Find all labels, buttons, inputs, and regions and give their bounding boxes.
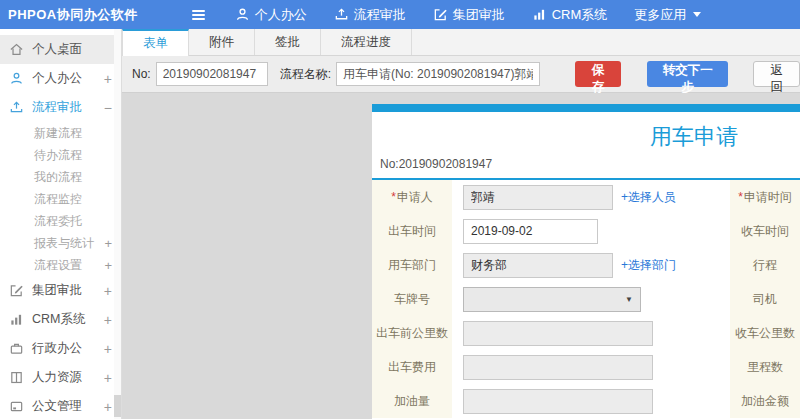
sidebar-item-label: 行政办公 xyxy=(32,340,82,357)
form-row-trip-cost: 出车费用 里程数 xyxy=(372,350,800,384)
sidebar-item-workflow-approval[interactable]: 流程审批 − xyxy=(0,93,121,122)
topmenu-group-approval[interactable]: 集团审批 xyxy=(433,6,505,24)
topmenu-personal-office[interactable]: 个人办公 xyxy=(235,6,307,24)
start-mileage-field-cell xyxy=(452,316,730,350)
department-input[interactable] xyxy=(463,253,613,278)
tab-bar: 表单 附件 签批 流程进度 xyxy=(122,29,800,56)
form-row-fuel-amount: 加油量 加油金额 xyxy=(372,384,800,418)
workflow-name-input[interactable] xyxy=(336,62,539,86)
top-navbar: PHPOA协同办公软件 个人办公 流程审批 集团审批 xyxy=(0,0,800,29)
main-area: 用车申请 No:20190902081947 * 申请人 xyxy=(122,93,800,419)
sidebar-item-label: 个人桌面 xyxy=(32,41,82,58)
sidebar-subitem-reports-statistics[interactable]: 报表与统计 + xyxy=(0,232,121,254)
sidebar-item-label: 人力资源 xyxy=(32,369,82,386)
tab-form[interactable]: 表单 xyxy=(122,29,189,56)
applicant-label: * 申请人 xyxy=(372,180,452,214)
tab-signoff[interactable]: 签批 xyxy=(255,29,321,55)
save-button[interactable]: 保存 xyxy=(575,61,622,87)
select-department-link[interactable]: +选择部门 xyxy=(621,257,676,274)
briefcase-icon xyxy=(9,341,24,356)
topmenu-more-apps[interactable]: 更多应用 xyxy=(634,6,701,24)
sidebar-subitem-workflow-settings[interactable]: 流程设置 + xyxy=(0,254,121,276)
form-row-departure-time: 出车时间 收车时间 xyxy=(372,214,800,248)
hamburger-menu-icon[interactable] xyxy=(192,10,205,20)
no-label: No: xyxy=(132,67,151,81)
forward-next-step-button[interactable]: 转交下一步 xyxy=(647,61,728,87)
license-plate-select[interactable]: ▼ xyxy=(463,287,641,312)
select-person-link[interactable]: +选择人员 xyxy=(621,189,676,206)
tab-workflow-progress[interactable]: 流程进度 xyxy=(321,29,412,55)
trip-cost-input[interactable] xyxy=(463,355,653,380)
topmenu-label: CRM系统 xyxy=(552,6,608,24)
sidebar-subitem-label: 流程监控 xyxy=(34,191,82,208)
sidebar-subitem-my-workflow[interactable]: 我的流程 xyxy=(0,166,121,188)
sidebar-item-label: 公文管理 xyxy=(32,398,82,415)
form-header: 用车申请 No:20190902081947 xyxy=(372,112,800,178)
tab-attachments[interactable]: 附件 xyxy=(189,29,255,55)
expand-plus-icon[interactable]: + xyxy=(104,237,112,250)
topmenu-label: 流程审批 xyxy=(354,6,406,24)
expand-plus-icon[interactable]: + xyxy=(104,400,112,414)
expand-plus-icon[interactable]: + xyxy=(104,284,112,298)
expand-plus-icon[interactable]: + xyxy=(104,72,112,86)
sidebar-item-personal-desktop[interactable]: 个人桌面 xyxy=(0,35,121,64)
back-button[interactable]: 返回 xyxy=(753,61,800,87)
topmenu-label: 集团审批 xyxy=(453,6,505,24)
sidebar-scrollbar[interactable] xyxy=(114,29,121,419)
required-asterisk: * xyxy=(391,190,396,204)
chart-icon xyxy=(9,312,24,327)
fuel-cost-label: 加油金额 xyxy=(730,384,800,418)
sidebar-subitem-pending-workflow[interactable]: 待办流程 xyxy=(0,144,121,166)
form-title: 用车申请 xyxy=(650,122,738,152)
form-row-license-plate: 车牌号 ▼ 司机 xyxy=(372,282,800,316)
sidebar-item-group-approval[interactable]: 集团审批 + xyxy=(0,276,121,305)
flow-icon xyxy=(9,100,24,115)
trip-cost-label: 出车费用 xyxy=(372,350,452,384)
sidebar-item-personal-office[interactable]: 个人办公 + xyxy=(0,64,121,93)
expand-plus-icon[interactable]: + xyxy=(104,342,112,356)
form-no-text: No:20190902081947 xyxy=(380,157,492,171)
departure-time-input[interactable] xyxy=(463,219,598,244)
expand-plus-icon[interactable]: + xyxy=(104,259,112,272)
caret-down-icon xyxy=(693,12,701,17)
itinerary-label: 行程 xyxy=(730,248,800,282)
departure-time-field-cell xyxy=(452,214,730,248)
book-icon xyxy=(9,370,24,385)
topmenu-workflow-approval[interactable]: 流程审批 xyxy=(334,6,406,24)
sidebar-subitem-workflow-monitor[interactable]: 流程监控 xyxy=(0,188,121,210)
tab-label: 表单 xyxy=(143,35,168,52)
sidebar-subitem-workflow-delegate[interactable]: 流程委托 xyxy=(0,210,121,232)
sidebar-subitem-new-workflow[interactable]: 新建流程 xyxy=(0,122,121,144)
expand-plus-icon[interactable]: + xyxy=(104,313,112,327)
sidebar-scrollbar-thumb[interactable] xyxy=(114,395,121,417)
form-row-department: 用车部门 +选择部门 行程 xyxy=(372,248,800,282)
sidebar-item-human-resources[interactable]: 人力资源 + xyxy=(0,363,121,392)
topmenu-crm-system[interactable]: CRM系统 xyxy=(532,6,608,24)
sidebar: 个人桌面 个人办公 + 流程审批 − 新建流程 待办流程 xyxy=(0,29,122,419)
mileage-count-label: 里程数 xyxy=(730,350,800,384)
sidebar-item-label: CRM系统 xyxy=(32,311,85,328)
driver-label: 司机 xyxy=(730,282,800,316)
workflow-name-label: 流程名称: xyxy=(280,66,331,83)
license-plate-field-cell: ▼ xyxy=(452,282,730,316)
trip-cost-field-cell xyxy=(452,350,730,384)
apply-time-label: * 申请时间 xyxy=(730,180,800,214)
sidebar-subitem-label: 我的流程 xyxy=(34,169,82,186)
workflow-no-input[interactable] xyxy=(156,62,268,86)
sidebar-item-crm-system[interactable]: CRM系统 + xyxy=(0,305,121,334)
start-mileage-input[interactable] xyxy=(463,321,653,346)
collapse-minus-icon[interactable]: − xyxy=(104,101,112,115)
return-mileage-label: 收车公里数 xyxy=(730,316,800,350)
tab-label: 流程进度 xyxy=(341,34,391,51)
top-menu: 个人办公 流程审批 集团审批 CRM系统 更多应用 xyxy=(235,6,729,24)
sidebar-item-admin-office[interactable]: 行政办公 + xyxy=(0,334,121,363)
select-caret-icon: ▼ xyxy=(625,295,633,304)
sidebar-item-label: 集团审批 xyxy=(32,282,82,299)
expand-plus-icon[interactable]: + xyxy=(104,371,112,385)
fuel-amount-input[interactable] xyxy=(463,389,653,414)
sidebar-item-document-management[interactable]: 公文管理 + xyxy=(0,392,121,419)
return-time-label: 收车时间 xyxy=(730,214,800,248)
flow-icon xyxy=(334,7,349,22)
department-label: 用车部门 xyxy=(372,248,452,282)
applicant-input[interactable] xyxy=(463,185,613,210)
